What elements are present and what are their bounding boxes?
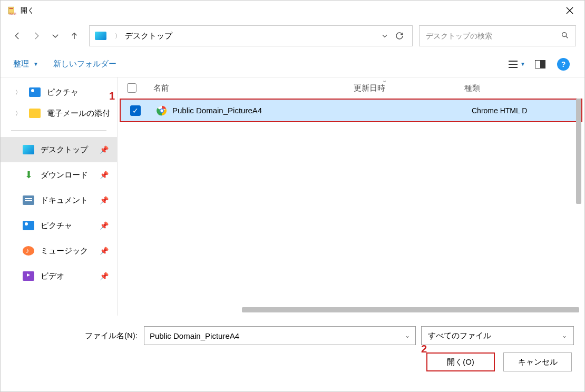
filetype-filter[interactable]: すべてのファイル ⌄	[421, 326, 574, 345]
file-type: Chrome HTML D	[472, 106, 527, 115]
tree-item-pictures[interactable]: 〉 ピクチャ	[1, 82, 117, 103]
svg-point-3	[562, 32, 567, 36]
forward-button[interactable]	[28, 27, 45, 44]
sidebar-item-label: ダウンロード	[41, 170, 88, 180]
sidebar-item-downloads[interactable]: ⬇ ダウンロード 📌	[1, 162, 117, 188]
annotation-2: 2	[421, 343, 427, 355]
title-bar: PDF24 開く	[1, 1, 584, 21]
tree-item-attachments[interactable]: 〉 電子メールの添付	[1, 103, 117, 124]
filter-value: すべてのファイル	[428, 331, 562, 341]
sidebar-item-label: ミュージック	[41, 246, 88, 256]
desktop-icon	[23, 145, 34, 154]
sidebar-item-desktop[interactable]: デスクトップ 📌	[1, 137, 117, 162]
chrome-icon	[157, 105, 167, 116]
file-row[interactable]: 1 ✓ Public Domain_PictureA4 Chrome HTML …	[120, 99, 582, 122]
address-bar[interactable]: 〉 デスクトップ	[89, 25, 413, 46]
new-folder-button[interactable]: 新しいフォルダー	[53, 59, 116, 69]
sidebar-item-label: ピクチャ	[41, 221, 72, 231]
chevron-right-icon: 〉	[15, 110, 23, 117]
chevron-down-icon: ▼	[520, 61, 525, 67]
file-name: Public Domain_PictureA4	[172, 106, 355, 115]
file-checkbox[interactable]: ✓	[130, 105, 157, 116]
music-icon	[23, 246, 34, 256]
pin-icon: 📌	[100, 272, 109, 280]
window-title: 開く	[21, 6, 34, 15]
chevron-down-icon[interactable]: ⌄	[405, 332, 410, 339]
column-date[interactable]: ⌄ 更新日時	[354, 83, 464, 93]
horizontal-scrollbar[interactable]	[242, 307, 569, 313]
tree-item-label: ピクチャ	[47, 87, 79, 97]
preview-pane-button[interactable]	[532, 56, 549, 73]
svg-point-6	[161, 109, 163, 112]
cancel-button[interactable]: キャンセル	[503, 352, 572, 371]
search-box[interactable]	[419, 25, 576, 46]
sidebar-item-label: ビデオ	[41, 271, 64, 281]
search-icon	[561, 31, 569, 41]
pin-icon: 📌	[100, 247, 109, 255]
filename-combobox[interactable]: ⌄	[144, 326, 416, 345]
close-button[interactable]	[561, 2, 578, 19]
pin-icon: 📌	[100, 221, 109, 230]
sidebar-item-pictures[interactable]: ピクチャ 📌	[1, 213, 117, 238]
tree-item-label: 電子メールの添付	[47, 109, 110, 119]
toolbar: 整理 ▼ 新しいフォルダー ▼ ?	[1, 51, 584, 77]
sidebar: 〉 ピクチャ 〉 電子メールの添付 デスクトップ 📌 ⬇ ダウンロード 📌	[1, 77, 118, 316]
bottom-panel: ファイル名(N): ⌄ すべてのファイル ⌄ 2 開く(O) キャンセル	[1, 316, 584, 380]
folder-icon	[29, 109, 41, 118]
sidebar-item-music[interactable]: ミュージック 📌	[1, 238, 117, 263]
desktop-icon	[95, 32, 106, 40]
recent-dropdown[interactable]	[47, 27, 64, 44]
up-button[interactable]	[66, 27, 83, 44]
svg-rect-1	[9, 8, 14, 9]
sort-indicator-icon: ⌄	[382, 77, 387, 84]
back-button[interactable]	[9, 27, 26, 44]
filename-label: ファイル名(N):	[85, 331, 138, 341]
chevron-down-icon: ⌄	[562, 332, 567, 339]
help-button[interactable]: ?	[555, 56, 572, 73]
address-dropdown[interactable]	[377, 32, 392, 40]
picture-icon	[29, 87, 41, 97]
document-icon	[23, 195, 34, 205]
column-type[interactable]: 種類	[464, 83, 584, 93]
pin-icon: 📌	[100, 196, 109, 204]
download-icon: ⬇	[23, 170, 34, 180]
app-icon: PDF24	[7, 6, 16, 15]
svg-text:PDF24: PDF24	[9, 13, 16, 15]
chevron-right-icon: 〉	[115, 32, 121, 40]
sidebar-item-documents[interactable]: ドキュメント 📌	[1, 188, 117, 213]
chevron-down-icon: ▼	[33, 61, 38, 67]
search-input[interactable]	[426, 32, 561, 40]
pin-icon: 📌	[100, 145, 109, 154]
column-headers: 名前 ⌄ 更新日時 種類	[118, 77, 584, 99]
sidebar-item-label: ドキュメント	[41, 195, 88, 205]
vertical-scrollbar[interactable]	[574, 99, 583, 301]
select-all-checkbox[interactable]	[127, 83, 153, 93]
picture-icon	[23, 221, 34, 230]
video-icon	[23, 271, 34, 281]
divider	[11, 130, 106, 131]
column-name[interactable]: 名前	[153, 83, 354, 93]
organize-menu[interactable]: 整理	[13, 59, 29, 69]
sidebar-item-label: デスクトップ	[41, 145, 88, 155]
pin-icon: 📌	[100, 171, 109, 179]
refresh-button[interactable]	[392, 31, 407, 41]
chevron-right-icon: 〉	[15, 89, 23, 96]
file-list-pane: 名前 ⌄ 更新日時 種類 1 ✓ Public Domain_PictureA4…	[118, 77, 584, 316]
open-button[interactable]: 開く(O)	[426, 352, 495, 371]
annotation-1: 1	[109, 90, 115, 102]
navigation-row: 〉 デスクトップ	[1, 21, 584, 51]
breadcrumb-location[interactable]: デスクトップ	[125, 31, 172, 41]
filename-input[interactable]	[150, 331, 405, 340]
sidebar-item-videos[interactable]: ビデオ 📌	[1, 263, 117, 289]
